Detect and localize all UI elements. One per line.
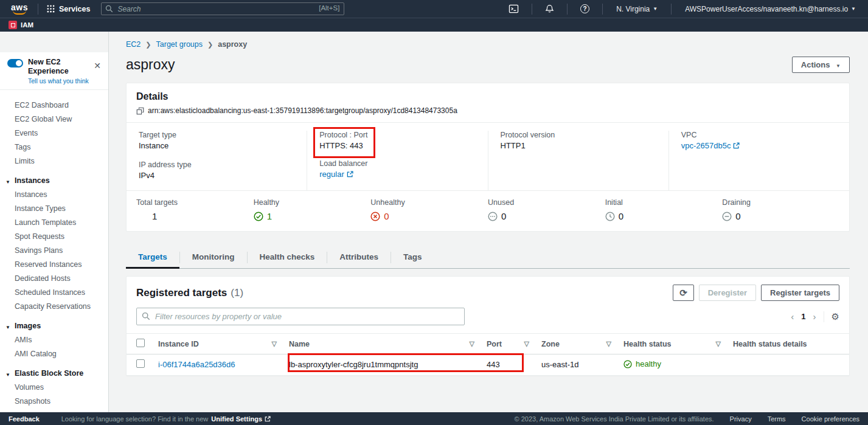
privacy-link[interactable]: Privacy bbox=[730, 415, 752, 423]
health-status-value: healthy bbox=[636, 359, 661, 368]
select-all-checkbox[interactable] bbox=[136, 339, 145, 347]
account-menu[interactable]: AWSPowerUserAccess/navaneeth.kn@harness.… bbox=[679, 5, 862, 13]
sidebar-item[interactable]: ▼ Events bbox=[0, 126, 108, 140]
unhealthy-label: Unhealthy bbox=[370, 198, 488, 207]
sidebar-item[interactable]: ▼ Launch Templates bbox=[0, 216, 108, 230]
account-label: AWSPowerUserAccess/navaneeth.kn@harness.… bbox=[685, 5, 848, 13]
sidebar-item[interactable]: ▼ Images bbox=[0, 319, 108, 333]
sidebar-item[interactable]: ▼ EC2 Global View bbox=[0, 112, 108, 126]
sidebar-item-label: Volumes bbox=[15, 383, 44, 392]
actions-button[interactable]: Actions ▼ bbox=[792, 57, 850, 73]
refresh-button[interactable]: ⟳ bbox=[673, 285, 694, 301]
sidebar-item[interactable]: ▼ Dedicated Hosts bbox=[0, 272, 108, 286]
sidebar-item-label: Limits bbox=[15, 157, 35, 165]
column-header-label: Health status details bbox=[733, 340, 807, 348]
breadcrumb-target-groups-link[interactable]: Target groups bbox=[156, 40, 203, 49]
filter-input[interactable] bbox=[136, 308, 465, 325]
sidebar-item-label: Images bbox=[15, 322, 41, 330]
sidebar-item[interactable]: ▼ Snapshots bbox=[0, 395, 108, 409]
help-button[interactable]: ? bbox=[575, 3, 595, 15]
top-nav-bar: aws Services [Alt+S] bbox=[0, 0, 868, 18]
sidebar-item-label: Launch Templates bbox=[15, 218, 76, 227]
tab[interactable]: Targets bbox=[126, 247, 179, 268]
tab[interactable]: Monitoring bbox=[180, 247, 247, 268]
tab[interactable]: Tags bbox=[391, 247, 434, 268]
sidebar-item[interactable]: ▼ Scheduled Instances bbox=[0, 286, 108, 300]
draining-label: Draining bbox=[722, 198, 839, 207]
aws-logo[interactable]: aws bbox=[6, 4, 33, 15]
deregister-button[interactable]: Deregister bbox=[699, 285, 756, 301]
section-caret-icon: ▼ bbox=[5, 323, 10, 331]
sidebar-item[interactable]: ▼ Capacity Reservations bbox=[0, 300, 108, 314]
favorite-iam-link[interactable]: IAM bbox=[9, 21, 33, 29]
unified-settings-link[interactable]: Unified Settings bbox=[211, 415, 271, 423]
favorites-bar: IAM bbox=[0, 18, 868, 32]
terms-link[interactable]: Terms bbox=[768, 415, 786, 423]
unhealthy-value: 0 bbox=[384, 211, 389, 221]
target-type-label: Target type bbox=[139, 131, 294, 139]
nav-divider bbox=[532, 4, 532, 15]
new-ec2-experience-panel: New EC2 Experience Tell us what you thin… bbox=[0, 52, 108, 90]
cloudshell-button[interactable] bbox=[503, 3, 524, 15]
sidebar-item[interactable]: ▼ Tags bbox=[0, 140, 108, 154]
breadcrumb-ec2-link[interactable]: EC2 bbox=[126, 40, 141, 49]
notifications-button[interactable] bbox=[540, 3, 560, 15]
instance-id-link[interactable]: i-06f1744a6a25d36d6 bbox=[158, 360, 235, 369]
new-experience-toggle[interactable] bbox=[7, 59, 23, 67]
ip-address-type-value: IPv4 bbox=[139, 171, 294, 180]
search-input[interactable] bbox=[101, 2, 344, 15]
register-targets-button[interactable]: Register targets bbox=[761, 285, 839, 301]
sidebar-item-label: Scheduled Instances bbox=[15, 288, 85, 297]
sidebar-item[interactable]: ▼ Instance Types bbox=[0, 202, 108, 216]
sidebar-item[interactable]: ▼ Limits bbox=[0, 154, 108, 168]
sidebar-item[interactable]: ▼ AMIs bbox=[0, 333, 108, 347]
services-menu[interactable]: Services bbox=[43, 5, 94, 13]
load-balancer-link[interactable]: regular bbox=[319, 170, 353, 179]
protocol-port-label: Protocol : Port bbox=[319, 131, 367, 139]
table-settings-gear-icon[interactable]: ⚙ bbox=[832, 311, 839, 322]
column-filter-icon[interactable]: ▽ bbox=[606, 340, 611, 348]
region-label: N. Virginia bbox=[616, 5, 650, 13]
column-filter-icon[interactable]: ▽ bbox=[524, 340, 529, 348]
column-header: Name ▽ bbox=[283, 334, 481, 354]
sidebar-item[interactable]: ▼ Instances bbox=[0, 188, 108, 202]
column-filter-icon[interactable]: ▽ bbox=[470, 340, 474, 348]
sidebar-item[interactable]: ▼ Reserved Instances bbox=[0, 258, 108, 272]
tab[interactable]: Health checks bbox=[248, 247, 327, 268]
sidebar-item[interactable]: ▼ Volumes bbox=[0, 381, 108, 395]
next-page-button[interactable]: › bbox=[813, 312, 816, 321]
column-header: Port ▽ bbox=[481, 334, 535, 354]
page-number[interactable]: 1 bbox=[801, 312, 805, 321]
cookie-preferences-link[interactable]: Cookie preferences bbox=[802, 415, 859, 423]
vpc-link[interactable]: vpc-2657db5c bbox=[681, 141, 740, 150]
sidebar-item[interactable]: ▼ Spot Requests bbox=[0, 230, 108, 244]
select-all-header bbox=[127, 334, 152, 354]
copy-icon[interactable] bbox=[136, 107, 144, 115]
registered-targets-title: Registered targets bbox=[136, 287, 227, 299]
sidebar-item[interactable]: ▼ Instances bbox=[0, 174, 108, 188]
region-selector[interactable]: N. Virginia ▼ bbox=[610, 5, 664, 13]
breadcrumb: EC2 ❯ Target groups ❯ asproxy bbox=[126, 40, 850, 49]
feedback-link[interactable]: Feedback bbox=[9, 415, 40, 423]
column-header-label: Port bbox=[487, 340, 502, 348]
sidebar-item[interactable]: ▼ EC2 Dashboard bbox=[0, 98, 108, 112]
close-icon[interactable]: ✕ bbox=[94, 61, 101, 71]
tab[interactable]: Attributes bbox=[327, 247, 391, 268]
column-header-label: Name bbox=[289, 340, 310, 348]
new-experience-feedback-link[interactable]: Tell us what you think bbox=[28, 77, 102, 85]
column-filter-icon[interactable]: ▽ bbox=[716, 340, 721, 348]
sidebar-item-label: Reserved Instances bbox=[15, 260, 82, 269]
column-filter-icon[interactable]: ▽ bbox=[272, 340, 277, 348]
target-type-value: Instance bbox=[139, 141, 294, 150]
sidebar-item[interactable]: ▼ AMI Catalog bbox=[0, 347, 108, 361]
row-checkbox[interactable] bbox=[136, 359, 145, 368]
page-title: asproxy bbox=[126, 57, 175, 73]
target-name-cell: lb-asproxytyler-cfcg8jru1tmmqpntsjtg bbox=[283, 354, 481, 376]
table-row: i-06f1744a6a25d36d6 lb-asproxytyler-cfcg… bbox=[127, 354, 849, 376]
column-header-label: Health status bbox=[623, 340, 672, 348]
initial-value: 0 bbox=[619, 211, 623, 221]
sidebar-item[interactable]: ▼ Savings Plans bbox=[0, 244, 108, 258]
previous-page-button[interactable]: ‹ bbox=[791, 312, 794, 321]
cloudshell-terminal-icon bbox=[509, 4, 519, 13]
sidebar-item[interactable]: ▼ Elastic Block Store bbox=[0, 367, 108, 381]
